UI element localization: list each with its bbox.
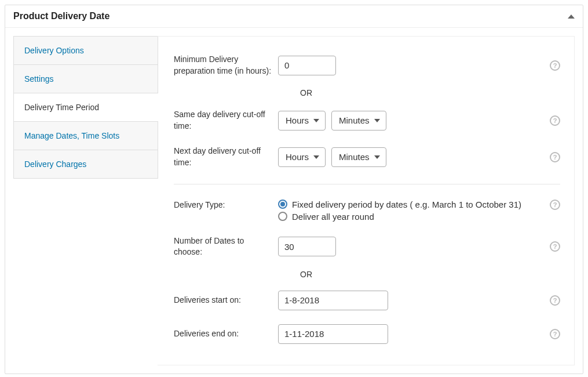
row-start-date: Deliveries start on: ?	[174, 284, 560, 317]
label-end-date: Deliveries end on:	[174, 328, 278, 340]
chevron-down-icon	[313, 155, 319, 159]
select-same-day-minutes[interactable]: Minutes	[331, 111, 386, 130]
select-label: Hours	[286, 115, 309, 125]
sidebar-item-label: Settings	[24, 74, 54, 84]
help-icon[interactable]: ?	[550, 295, 560, 306]
sidebar-item-label: Delivery Options	[24, 46, 84, 55]
radio-icon	[278, 200, 287, 209]
sidebar-item-manage-dates[interactable]: Manage Dates, Time Slots	[14, 122, 158, 150]
row-end-date: Deliveries end on: ?	[174, 317, 560, 351]
sidebar-item-label: Delivery Charges	[24, 160, 86, 169]
select-next-day-hours[interactable]: Hours	[278, 147, 326, 167]
radio-label: Fixed delivery period by dates ( e.g. Ma…	[292, 200, 521, 209]
label-num-dates: Number of Dates to choose:	[174, 235, 278, 258]
select-same-day-hours[interactable]: Hours	[278, 111, 326, 130]
section-divider	[174, 184, 560, 184]
settings-sidebar: Delivery Options Settings Delivery Time …	[13, 36, 158, 179]
help-icon[interactable]: ?	[550, 200, 560, 210]
row-num-dates: Number of Dates to choose: ?	[174, 229, 560, 265]
label-min-prep: Minimum Delivery preparation time (in ho…	[174, 54, 278, 77]
help-icon[interactable]: ?	[550, 241, 560, 252]
sidebar-item-delivery-options[interactable]: Delivery Options	[14, 37, 158, 65]
settings-content: Minimum Delivery preparation time (in ho…	[158, 36, 575, 365]
sidebar-item-delivery-charges[interactable]: Delivery Charges	[14, 150, 158, 178]
select-label: Minutes	[339, 115, 370, 125]
select-label: Minutes	[339, 152, 370, 162]
input-num-dates[interactable]	[278, 237, 336, 256]
radio-icon	[278, 212, 287, 221]
sidebar-item-settings[interactable]: Settings	[14, 65, 158, 93]
panel-header: Product Delivery Date	[5, 5, 583, 28]
panel-title: Product Delivery Date	[13, 11, 109, 21]
help-icon[interactable]: ?	[550, 152, 560, 162]
select-next-day-minutes[interactable]: Minutes	[331, 147, 386, 167]
row-delivery-type: Delivery Type: Fixed delivery period by …	[174, 193, 560, 229]
sidebar-item-label: Manage Dates, Time Slots	[24, 131, 119, 140]
row-min-prep: Minimum Delivery preparation time (in ho…	[174, 47, 560, 84]
label-next-day: Next day delivery cut-off time:	[174, 146, 278, 168]
radio-fixed-period[interactable]: Fixed delivery period by dates ( e.g. Ma…	[278, 200, 521, 209]
row-next-day-cutoff: Next day delivery cut-off time: Hours Mi…	[174, 139, 560, 175]
radio-all-year[interactable]: Deliver all year round	[278, 212, 521, 222]
label-same-day: Same day delivery cut-off time:	[174, 109, 278, 132]
sidebar-item-delivery-time-period[interactable]: Delivery Time Period	[14, 93, 158, 122]
panel-body: Delivery Options Settings Delivery Time …	[5, 28, 583, 374]
radio-group-delivery-type: Fixed delivery period by dates ( e.g. Ma…	[278, 200, 521, 222]
help-icon[interactable]: ?	[550, 115, 560, 126]
settings-panel: Product Delivery Date Delivery Options S…	[5, 5, 583, 374]
help-icon[interactable]: ?	[550, 329, 560, 339]
input-start-date[interactable]	[278, 291, 388, 310]
help-icon[interactable]: ?	[550, 60, 560, 71]
chevron-down-icon	[374, 155, 380, 159]
or-separator: OR	[174, 265, 560, 284]
input-end-date[interactable]	[278, 324, 388, 344]
label-delivery-type: Delivery Type:	[174, 200, 278, 211]
chevron-down-icon	[374, 119, 380, 122]
row-same-day-cutoff: Same day delivery cut-off time: Hours Mi…	[174, 102, 560, 139]
or-separator: OR	[174, 84, 560, 102]
label-start-date: Deliveries start on:	[174, 295, 278, 306]
select-label: Hours	[286, 152, 309, 162]
input-min-prep[interactable]	[278, 56, 336, 75]
chevron-down-icon	[313, 119, 319, 122]
collapse-toggle-icon[interactable]	[568, 14, 575, 19]
sidebar-item-label: Delivery Time Period	[24, 103, 99, 112]
radio-label: Deliver all year round	[292, 212, 374, 222]
